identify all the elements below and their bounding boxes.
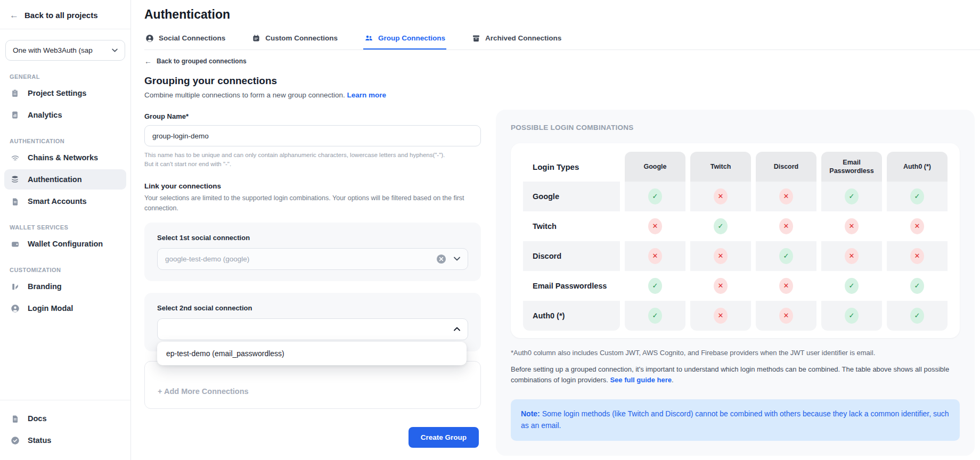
- check-icon: ✓: [648, 308, 662, 324]
- check-circle-icon: [10, 436, 20, 445]
- group-name-label: Group Name*: [144, 112, 481, 120]
- tab-label: Custom Connections: [265, 34, 338, 42]
- sidebar-item-project-settings[interactable]: Project Settings: [4, 83, 126, 103]
- cross-icon: ✕: [714, 248, 728, 264]
- sidebar-item-chains-networks[interactable]: Chains & Networks: [4, 147, 126, 168]
- section-label-authentication: AUTHENTICATION: [10, 138, 121, 144]
- sidebar-item-branding[interactable]: Branding: [4, 276, 126, 297]
- group-name-input[interactable]: [144, 125, 481, 146]
- first-connection-label: Select 1st social connection: [157, 234, 468, 242]
- tab-archived-connections[interactable]: Archived Connections: [471, 34, 562, 50]
- clipboard-icon: [10, 88, 20, 98]
- back-to-grouped-connections-link[interactable]: ← Back to grouped connections: [144, 57, 481, 65]
- sidebar-item-label: Analytics: [28, 111, 62, 119]
- note-label: Note:: [521, 409, 540, 418]
- column-header-twitch: Twitch: [690, 152, 751, 182]
- tab-social-connections[interactable]: Social Connections: [144, 34, 226, 50]
- tab-group-connections[interactable]: Group Connections: [363, 34, 446, 50]
- full-guide-link[interactable]: See full guide here: [610, 376, 672, 384]
- panel-description: Before setting up a grouped connection, …: [511, 364, 960, 385]
- check-icon: ✓: [910, 308, 924, 324]
- learn-more-link[interactable]: Learn more: [347, 91, 386, 99]
- guide-suffix: .: [672, 376, 674, 384]
- arrow-left-icon: ←: [10, 11, 19, 20]
- chevron-up-icon[interactable]: [454, 327, 460, 331]
- clear-x-circle-icon[interactable]: [436, 254, 446, 264]
- sidebar-item-label: Chains & Networks: [28, 153, 98, 162]
- section-label-customization: CUSTOMIZATION: [10, 267, 121, 273]
- wifi-icon: [10, 153, 20, 162]
- auth0-footnote: *Auth0 column also includes Custom JWT, …: [511, 349, 960, 357]
- users-group-icon: [364, 34, 373, 43]
- add-more-connections-button[interactable]: + Add More Connections: [158, 387, 249, 396]
- note-text: Some login methods (like Twitch and Disc…: [521, 409, 949, 430]
- sidebar-footer: Docs Status: [0, 400, 130, 460]
- column-header-auth0: Auth0 (*): [887, 152, 948, 182]
- sidebar-item-login-modal[interactable]: Login Modal: [4, 298, 126, 318]
- tab-label: Group Connections: [378, 34, 445, 42]
- check-icon: ✓: [910, 278, 924, 294]
- section-label-wallet-services: WALLET SERVICES: [10, 224, 121, 231]
- first-connection-value: google-test-demo (google): [165, 255, 249, 263]
- table-row: Email Passwordless ✓ ✕ ✕ ✓ ✓: [523, 271, 948, 301]
- row-label-auth0: Auth0 (*): [523, 301, 620, 331]
- dropdown-option-ep-test-demo[interactable]: ep-test-demo (email_passwordless): [157, 342, 467, 365]
- tab-label: Archived Connections: [485, 34, 561, 42]
- second-connection-select[interactable]: [157, 318, 468, 340]
- table-row: Discord ✕ ✕ ✓ ✕ ✕: [523, 241, 948, 271]
- form-subheading-text: Combine multiple connections to form a n…: [144, 91, 345, 99]
- tab-custom-connections[interactable]: Custom Connections: [251, 34, 339, 50]
- sidebar-item-label: Authentication: [28, 175, 82, 184]
- panel-description-text: Before setting up a grouped connection, …: [511, 365, 949, 384]
- check-icon: ✓: [779, 248, 793, 264]
- table-header-row: Login Types Google Twitch Discord Email …: [523, 152, 948, 182]
- combinations-table: Login Types Google Twitch Discord Email …: [518, 152, 952, 331]
- group-name-help: This name has to be unique and can only …: [144, 151, 481, 168]
- login-combinations-panel: POSSIBLE LOGIN COMBINATIONS Login Types …: [496, 110, 975, 456]
- check-icon: ✓: [845, 188, 859, 204]
- sidebar-item-status[interactable]: Status: [4, 430, 126, 450]
- sidebar-item-analytics[interactable]: Analytics: [4, 105, 126, 125]
- check-icon: ✓: [845, 278, 859, 294]
- cross-icon: ✕: [845, 248, 859, 264]
- create-group-row: Create Group: [144, 427, 481, 448]
- note-box: Note: Some login methods (like Twitch an…: [511, 399, 960, 440]
- table-row: Auth0 (*) ✓ ✕ ✕ ✓ ✓: [523, 301, 948, 331]
- cross-icon: ✕: [910, 248, 924, 264]
- sidebar-item-smart-accounts[interactable]: Smart Accounts: [4, 191, 126, 211]
- cross-icon: ✕: [910, 218, 924, 234]
- project-selector-value: One with Web3Auth (sap: [13, 46, 93, 54]
- second-connection-stack: Select 2nd social connection + Add More …: [144, 281, 481, 409]
- add-more-connections-box: + Add More Connections: [144, 361, 481, 409]
- sidebar-item-label: Project Settings: [28, 89, 86, 97]
- chevron-down-icon[interactable]: [454, 257, 460, 261]
- sidebar-item-docs[interactable]: Docs: [4, 408, 126, 429]
- cross-icon: ✕: [648, 248, 662, 264]
- check-icon: ✓: [910, 188, 924, 204]
- first-connection-select[interactable]: google-test-demo (google): [157, 248, 468, 270]
- user-circle-icon: [145, 34, 154, 43]
- sidebar-item-wallet-configuration[interactable]: Wallet Configuration: [4, 234, 126, 254]
- group-connection-form: ← Back to grouped connections Grouping y…: [144, 50, 481, 460]
- sidebar-item-label: Status: [28, 436, 51, 445]
- sidebar-item-authentication[interactable]: Authentication: [4, 169, 126, 190]
- row-label-email-passwordless: Email Passwordless: [523, 271, 620, 301]
- table-row: Google ✓ ✕ ✕ ✓ ✓: [523, 182, 948, 211]
- main-content: Authentication Social Connections Custom…: [131, 0, 980, 460]
- file-icon: [10, 196, 20, 206]
- section-label-general: GENERAL: [10, 73, 121, 80]
- tab-label: Social Connections: [159, 34, 225, 42]
- create-group-button[interactable]: Create Group: [409, 427, 479, 448]
- cross-icon: ✕: [648, 218, 662, 234]
- sidebar-item-label: Wallet Configuration: [28, 240, 103, 248]
- table-row: Twitch ✕ ✓ ✕ ✕ ✕: [523, 211, 948, 241]
- group-name-help-line2: But it can't start nor end with "-".: [144, 160, 481, 169]
- page-title: Authentication: [144, 7, 980, 22]
- badge-icon: [252, 34, 260, 43]
- cross-icon: ✕: [779, 188, 793, 204]
- cross-icon: ✕: [845, 218, 859, 234]
- column-header-discord: Discord: [756, 152, 816, 182]
- wallet-icon: [10, 239, 20, 249]
- back-to-projects-link[interactable]: ← Back to all projects: [0, 0, 130, 29]
- project-selector-dropdown[interactable]: One with Web3Auth (sap: [5, 40, 125, 61]
